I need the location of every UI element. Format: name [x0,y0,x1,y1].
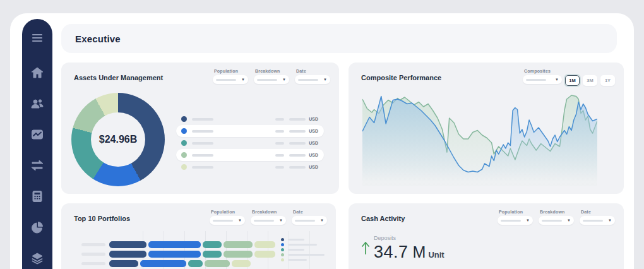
range-3m-button[interactable]: 3M [583,75,597,86]
bar-segment [203,241,222,248]
population-filter: Population ▼ [498,210,533,225]
date-filter-label: Date [581,210,615,214]
bar-segment [109,260,138,267]
sidebar-item-clients[interactable] [30,97,44,111]
sidebar-item-holdings[interactable] [30,251,44,265]
population-select[interactable]: ▼ [498,216,533,225]
composite-performance-chart[interactable] [362,92,597,186]
composite-performance-card: Composite Performance Composites ▼ 1M 3M… [349,63,624,194]
legend-dot [181,140,187,146]
sidebar-item-transactions[interactable] [30,158,44,172]
bar-segment [224,251,253,258]
population-select[interactable]: ▼ [213,75,248,84]
chevron-down-icon: ▼ [526,218,530,222]
redacted-name [192,118,213,121]
aum-filters: Population ▼ Breakdown ▼ Date ▼ [213,69,330,84]
date-select[interactable]: ▼ [292,216,327,225]
redacted-name [192,154,213,157]
bar-segment [109,251,146,258]
legend-dot [181,116,187,122]
sidebar-item-home[interactable] [30,66,44,80]
aum-legend-row[interactable]: USD [176,113,324,125]
cash-filters: Population ▼ Breakdown ▼ Date ▼ [498,210,615,225]
cash-card-title: Cash Activity [361,215,405,222]
portfolios-card-title: Top 10 Portfolios [74,215,130,222]
population-filter-label: Population [211,210,245,214]
chevron-down-icon: ▼ [282,78,286,81]
users-icon [31,97,44,110]
redacted-legend-label [288,239,304,241]
redacted-portfolio-label [81,262,105,265]
aum-legend-row[interactable]: USD [176,149,324,161]
breakdown-select[interactable]: ▼ [251,216,286,225]
bar-segment [148,251,201,258]
chevron-down-icon: ▼ [238,218,242,222]
range-1m-button[interactable]: 1M [565,75,580,86]
redacted-value [275,154,284,157]
date-filter-label: Date [293,210,327,214]
composites-select[interactable]: ▼ [523,75,562,84]
bar-segment [188,260,203,267]
legend-dot [181,128,187,134]
date-filter-label: Date [296,69,330,73]
breakdown-filter: Breakdown ▼ [254,69,289,84]
redacted-name [192,142,213,145]
legend-dot [181,152,187,158]
page-header: Executive [61,24,617,53]
chevron-down-icon: ▼ [608,218,612,222]
date-filter: Date ▼ [580,210,615,225]
redacted-legend-label [288,249,304,251]
chevron-down-icon: ▼ [320,218,324,222]
redacted-legend-label [288,259,307,261]
deposits-scale: M [413,243,426,261]
sidebar-item-performance[interactable] [30,128,44,141]
bar-segment [254,251,275,258]
top-10-portfolios-card: Top 10 Portfolios Population ▼ Breakdown… [61,203,336,269]
legend-dot [281,238,284,241]
pie-chart-icon [31,221,44,234]
menu-button[interactable] [30,30,45,45]
portfolio-legend-row [281,237,325,242]
redacted-value [275,166,284,169]
range-button-group: 1M 3M 1Y [565,75,615,86]
currency-label: USD [309,141,318,145]
sidebar-nav [22,19,52,269]
currency-label: USD [309,165,318,169]
aum-donut-chart[interactable]: $24.96B [71,93,165,186]
breakdown-select[interactable]: ▼ [539,216,574,225]
breakdown-select[interactable]: ▼ [254,75,289,84]
breakdown-filter-label: Breakdown [540,210,574,214]
redacted-amount [289,130,306,133]
date-filter: Date ▼ [292,210,327,225]
aum-legend-row[interactable]: USD [176,125,324,137]
redacted-amount [289,166,306,169]
redacted-legend-label [288,244,317,246]
aum-legend-row[interactable]: USD [176,161,324,173]
range-1y-button[interactable]: 1Y [600,75,615,86]
legend-dot [281,253,284,256]
bar-segment [205,260,230,267]
population-select[interactable]: ▼ [210,216,245,225]
redacted-legend-label [288,254,325,256]
assets-under-management-card: Assets Under Management Population ▼ Bre… [61,63,339,194]
redacted-name [192,130,213,133]
date-select[interactable]: ▼ [580,216,615,225]
deposits-unit: Unit [428,250,444,260]
portfolio-legend-row [281,242,325,247]
legend-dot [281,258,284,261]
population-filter-label: Population [499,210,533,214]
aum-legend-row[interactable]: USD [176,137,324,149]
portfolios-filters: Population ▼ Breakdown ▼ Date ▼ [210,210,327,225]
redacted-portfolio-label [81,253,105,256]
select-placeholder [257,79,277,81]
currency-label: USD [309,129,318,133]
home-icon [31,66,44,79]
date-select[interactable]: ▼ [295,75,330,84]
chevron-down-icon: ▼ [241,78,245,81]
sidebar-item-allocation[interactable] [30,220,44,234]
bar-segment [224,241,253,248]
app-container: Executive Assets Under Management Popula… [10,13,634,269]
sidebar-item-accounting[interactable] [30,189,44,203]
deposits-label: Deposits [374,235,444,241]
redacted-amount [289,154,306,157]
